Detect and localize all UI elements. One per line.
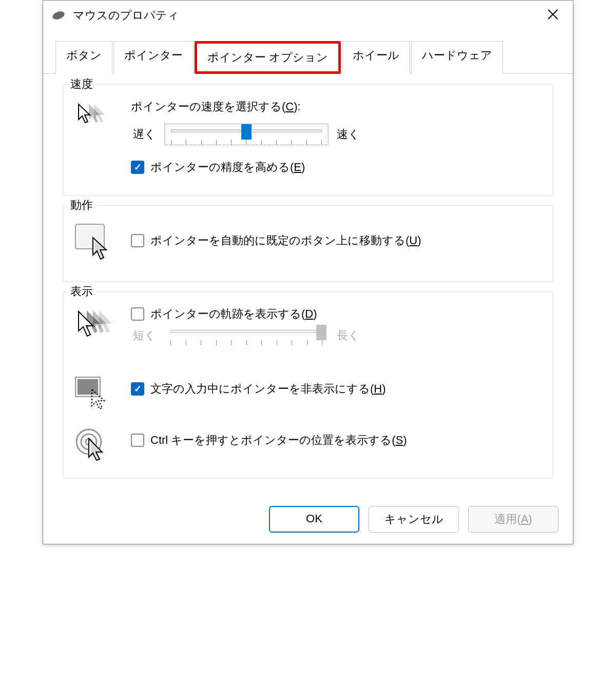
titlebar: マウスのプロパティ bbox=[43, 1, 573, 30]
hide-typing-label: 文字の入力中にポインターを非表示にする(H) bbox=[150, 381, 386, 397]
ok-button[interactable]: OK bbox=[269, 506, 359, 533]
tab-strip: ボタン ポインター ポインター オプション ホイール ハードウェア bbox=[43, 41, 573, 74]
group-speed: 速度 ポインターの速度を選択する(C): 遅く bbox=[63, 84, 553, 196]
tab-pointer-options[interactable]: ポインター オプション bbox=[195, 41, 341, 74]
trail-short-label: 短く bbox=[133, 328, 156, 343]
apply-button: 適用(A) bbox=[468, 506, 559, 533]
hide-typing-icon bbox=[74, 374, 131, 412]
ctrl-locate-icon bbox=[74, 425, 131, 464]
pointer-speed-slider[interactable] bbox=[164, 124, 329, 145]
snap-to-label: ポインターを自動的に既定のボタン上に移動する(U) bbox=[150, 233, 421, 248]
dialog-buttons: OK キャンセル 適用(A) bbox=[43, 497, 573, 544]
speed-slow-label: 遅く bbox=[133, 127, 156, 142]
tab-buttons[interactable]: ボタン bbox=[55, 41, 112, 74]
group-motion: 動作 ポインターを自動的に既定のボタン上に移動する(U) bbox=[63, 205, 553, 282]
snap-to-checkbox[interactable] bbox=[131, 234, 144, 247]
pointer-speed-icon bbox=[74, 99, 131, 129]
tab-content: 速度 ポインターの速度を選択する(C): 遅く bbox=[43, 74, 573, 497]
group-motion-title: 動作 bbox=[67, 198, 96, 213]
tab-hardware[interactable]: ハードウェア bbox=[411, 41, 503, 74]
group-display: 表示 ポインターの軌跡を表示する(D) bbox=[63, 291, 553, 478]
pointer-trail-slider bbox=[164, 325, 329, 346]
close-button[interactable] bbox=[541, 6, 565, 25]
svg-point-1 bbox=[51, 10, 65, 21]
pointer-trail-label: ポインターの軌跡を表示する(D) bbox=[150, 306, 317, 322]
mouse-properties-window: マウスのプロパティ ボタン ポインター ポインター オプション ホイール ハード… bbox=[43, 0, 573, 544]
tab-wheel[interactable]: ホイール bbox=[342, 41, 410, 74]
pointer-trail-icon bbox=[74, 306, 131, 342]
ctrl-locate-checkbox[interactable] bbox=[131, 434, 144, 447]
trail-long-label: 長く bbox=[337, 328, 360, 343]
group-display-title: 表示 bbox=[67, 284, 96, 299]
pointer-speed-label: ポインターの速度を選択する(C): bbox=[131, 99, 542, 114]
ctrl-locate-label: Ctrl キーを押すとポインターの位置を表示する(S) bbox=[150, 433, 407, 448]
pointer-trail-checkbox[interactable] bbox=[131, 307, 144, 321]
enhance-precision-label: ポインターの精度を高める(E) bbox=[150, 160, 305, 175]
group-speed-title: 速度 bbox=[67, 76, 96, 92]
window-title: マウスのプロパティ bbox=[73, 8, 541, 23]
mouse-icon bbox=[51, 10, 66, 21]
enhance-precision-checkbox[interactable] bbox=[131, 161, 144, 174]
speed-fast-label: 速く bbox=[337, 127, 360, 142]
cancel-button[interactable]: キャンセル bbox=[369, 506, 459, 533]
hide-typing-checkbox[interactable] bbox=[131, 382, 144, 396]
snap-to-icon bbox=[74, 220, 131, 264]
tab-pointers[interactable]: ポインター bbox=[113, 41, 194, 74]
